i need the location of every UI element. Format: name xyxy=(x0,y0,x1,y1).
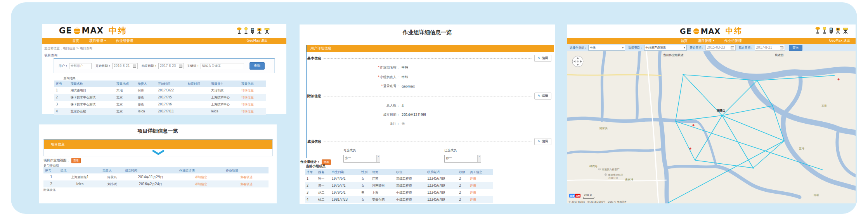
column-header: 权限 xyxy=(457,169,468,175)
chevron-down-icon: ▾ xyxy=(684,46,685,49)
table-cell: 123456789 xyxy=(426,189,457,196)
nav-item-home[interactable]: 首页 xyxy=(681,38,688,44)
keyword-label: 关键词： xyxy=(187,64,199,68)
edit-extra-button[interactable]: ✎编辑 xyxy=(534,93,551,100)
detail-link[interactable]: 查看轨迹 xyxy=(240,182,253,186)
detail-link[interactable]: 详细信息 xyxy=(195,182,207,186)
field-value: geomax xyxy=(402,84,415,88)
column-header: 项目名称 xyxy=(69,80,115,87)
edit-members-button[interactable]: ✎编辑 xyxy=(534,138,551,145)
group-select-label: 选择作业组： xyxy=(570,46,587,50)
table-cell: 4 xyxy=(305,196,317,203)
table-cell: 女 xyxy=(360,196,371,203)
detail-link[interactable]: 详情 xyxy=(470,184,476,187)
table-cell: 详细信息 xyxy=(178,173,224,180)
detail-link[interactable]: 详情 xyxy=(470,198,476,201)
table-head: 序号组名负责人成立时间作业组详情作业轨迹 xyxy=(43,167,269,173)
globe-icon xyxy=(74,28,80,34)
nav-item-workgroups[interactable]: 作业组管理 xyxy=(724,38,742,44)
table-cell: 2 xyxy=(305,182,317,189)
column-header: 结束时间 xyxy=(186,80,210,87)
nav-item-projects[interactable]: 项目管理 ▼ xyxy=(698,38,714,44)
end-date-input[interactable]: 2017-8-21 xyxy=(755,45,785,51)
members-table: 序号姓名出生日期性别籍贯职位联系电话权限员工信息 1孙一1974/6/1女江苏高… xyxy=(305,169,493,203)
table-head: 序号姓名出生日期性别籍贯职位联系电话权限员工信息 xyxy=(305,169,493,175)
detail-link[interactable]: 详情 xyxy=(470,177,476,180)
logo-text-cn: 中纬 xyxy=(726,26,743,36)
detail-link[interactable]: 查看轨迹 xyxy=(240,175,253,179)
detail-link[interactable]: 详情 xyxy=(470,191,476,194)
nav-item-projects[interactable]: 项目管理 ▼ xyxy=(89,38,106,44)
table-cell: 查看轨迹 xyxy=(224,173,269,180)
pencil-icon: ✎ xyxy=(537,94,541,98)
available-members-listbox[interactable]: 张一▴ xyxy=(343,155,380,163)
search-button[interactable]: 查询 xyxy=(249,62,265,70)
required-mark: * xyxy=(378,75,379,79)
table-cell: 女 xyxy=(360,175,371,182)
table-header-row: 序号姓名出生日期性别籍贯职位联系电话权限员工信息 xyxy=(305,169,493,175)
table-cell: 刘小试 xyxy=(101,180,123,187)
field-value: 2014年12月9日 xyxy=(402,113,426,117)
project-results-table: 序号项目名称项目地点负责人开始时间结束时间项目业主项目信息 1湖滨路项目大冶何伟… xyxy=(54,80,266,115)
search-button[interactable]: 查询 xyxy=(789,45,802,51)
map-pan-control[interactable] xyxy=(572,56,583,67)
field-controller-icon xyxy=(829,27,833,34)
edit-basic-button[interactable]: ✎编辑 xyxy=(534,55,551,62)
table-cell: 1976/7/1 xyxy=(330,182,360,189)
available-members-label: 可选成员： xyxy=(343,148,380,152)
keyword-input[interactable] xyxy=(201,63,244,69)
divider xyxy=(324,58,532,59)
main-navbar: 首页 项目管理 ▼ 作业组管理 GeoMax 退出 xyxy=(567,38,856,44)
table-cell: 中级工程师 xyxy=(395,189,426,196)
view-button[interactable]: 查看 xyxy=(71,158,81,163)
scrollbar[interactable]: ▴ xyxy=(376,155,380,162)
field-controller-icon xyxy=(250,27,255,34)
gnss-antenna-icon xyxy=(237,27,242,34)
column-header: 开始时间 xyxy=(156,80,186,87)
svg-text:南通华星纸业: 南通华星纸业 xyxy=(608,173,624,177)
digital-level-icon xyxy=(264,27,270,34)
detail-link[interactable]: 详细信息 xyxy=(241,103,254,106)
divider xyxy=(324,141,532,142)
start-date-input[interactable]: 2015-03-23 xyxy=(705,45,736,51)
start-date-label: 开始日期： xyxy=(95,64,111,68)
collapse-toggle[interactable] xyxy=(44,149,272,156)
required-mark: * xyxy=(378,65,379,69)
detail-link[interactable]: 详细信息 xyxy=(195,175,207,179)
user-detail-bar: 用户详细信息 xyxy=(307,45,554,52)
nav-item-workgroups[interactable]: 作业组管理 xyxy=(116,38,133,44)
table-cell: 2016年2月24日 xyxy=(123,180,178,187)
user-detail-box: 用户详细信息 基本信息 ✎编辑 *作业组名称： 中纬 *小组负责人： 中纬 *登… xyxy=(306,45,554,158)
map-canvas[interactable]: 陆家浜 峰石圩 史家圩 三圩 五接 陈桥 南通新力精塑厂 南通华星纸业 有限公司… xyxy=(567,51,856,203)
user-select[interactable]: 全部用户 xyxy=(69,63,92,69)
user-logout-link[interactable]: GeoMax 退出 xyxy=(247,38,268,43)
scrollbar[interactable]: ▴ xyxy=(477,155,481,162)
column-header: 职位 xyxy=(395,169,426,175)
table-cell: 2 xyxy=(457,182,468,189)
column-header: 籍贯 xyxy=(371,169,395,175)
table-cell: 2 xyxy=(54,94,69,101)
table-cell: 3 xyxy=(305,189,317,196)
table-cell: 北京办公楼 xyxy=(69,108,115,115)
table-row: 1上海测量组1陈俊凡2014年11月29日详细信息查看轨迹 xyxy=(43,173,269,180)
map-viewport[interactable]: 陆家浜 峰石圩 史家圩 三圩 五接 陈桥 南通新力精塑厂 南通华星纸业 有限公司… xyxy=(567,51,856,203)
column-header: 项目信息 xyxy=(240,80,266,87)
selected-members-listbox[interactable]: 孙一▴ xyxy=(444,155,481,163)
svg-text:南通新力精塑厂: 南通新力精塑厂 xyxy=(602,168,620,171)
member-info-label: 成员信息 xyxy=(307,139,321,144)
end-date-input[interactable]: 2017-8-23 xyxy=(158,63,184,69)
column-header: 序号 xyxy=(43,167,59,173)
end-date-label: 截止日期： xyxy=(739,46,754,50)
table-body: 1湖滨路项目大冶何伟2017/3/22大冶市政详细信息2徕卡技术中心测试北京徐燕… xyxy=(54,87,266,115)
table-header-row: 序号组名负责人成立时间作业组详情作业轨迹 xyxy=(43,167,269,173)
project-select[interactable]: 中纬新产品演示▾ xyxy=(644,45,687,51)
detail-link[interactable]: 详细信息 xyxy=(241,89,254,92)
user-logout-link[interactable]: GeoMax 退出 xyxy=(829,38,850,43)
detail-link[interactable]: 详细信息 xyxy=(241,96,254,99)
nav-item-home[interactable]: 首页 xyxy=(72,38,79,44)
start-date-input[interactable]: 2016-8-21 xyxy=(112,63,138,69)
detail-link[interactable]: 详细信息 xyxy=(241,110,254,113)
group-select[interactable]: 中纬▾ xyxy=(588,45,625,51)
table-cell xyxy=(186,94,210,101)
field-row: 总人数： 4 xyxy=(307,103,554,108)
